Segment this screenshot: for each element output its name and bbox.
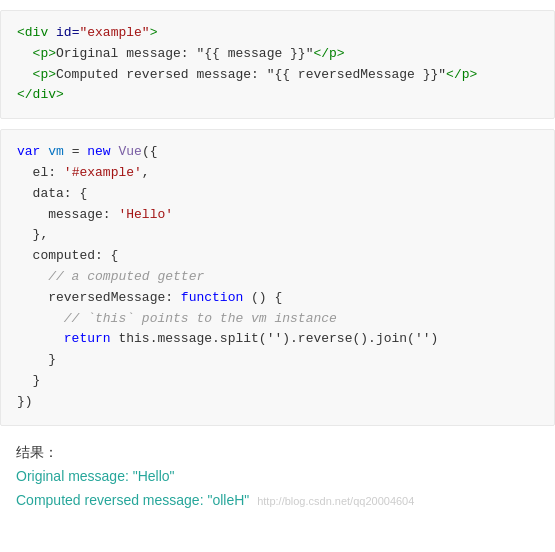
page-container: <div id="example"> <p>Original message: … bbox=[0, 10, 555, 524]
html-tag3: <p> bbox=[33, 67, 56, 82]
watermark-text: http://blog.csdn.net/qq20004604 bbox=[257, 495, 422, 507]
js-el-val: '#example' bbox=[64, 165, 142, 180]
js-vue-close: }) bbox=[17, 394, 33, 409]
result-item2: Computed reversed message: "olleH" http:… bbox=[16, 492, 539, 508]
js-new-kw: new bbox=[87, 144, 110, 159]
js-return-expr: this.message.split('').reverse().join(''… bbox=[118, 331, 438, 346]
result-section: 结果： Original message: "Hello" Computed r… bbox=[0, 436, 555, 524]
result-label: 结果： bbox=[16, 444, 539, 462]
html-text1: Original message: "{{ message }}" bbox=[56, 46, 313, 61]
html-attr-val: "example" bbox=[79, 25, 149, 40]
html-close-tag2: </p> bbox=[446, 67, 477, 82]
js-assign: = bbox=[72, 144, 88, 159]
html-close-div: </div> bbox=[17, 87, 64, 102]
html-tag: > bbox=[150, 25, 158, 40]
html-text2: Computed reversed message: "{{ reversedM… bbox=[56, 67, 446, 82]
js-var-kw: var bbox=[17, 144, 40, 159]
js-fn-parens: () { bbox=[243, 290, 282, 305]
result-item2-text: Computed reversed message: "olleH" bbox=[16, 492, 249, 508]
js-data-close: }, bbox=[33, 227, 49, 242]
js-data-key: data: { bbox=[33, 186, 88, 201]
js-function-kw: function bbox=[181, 290, 243, 305]
js-comment2: // `this` points to the vm instance bbox=[64, 311, 337, 326]
js-open-paren: ({ bbox=[142, 144, 158, 159]
js-computed-key: computed: { bbox=[33, 248, 119, 263]
result-item1: Original message: "Hello" bbox=[16, 468, 539, 484]
html-tag: <div bbox=[17, 25, 48, 40]
html-tag2: <p> bbox=[33, 46, 56, 61]
js-return-kw: return bbox=[64, 331, 111, 346]
js-comment1: // a computed getter bbox=[48, 269, 204, 284]
js-reversed-key: reversedMessage: bbox=[48, 290, 181, 305]
html-attr: id= bbox=[56, 25, 79, 40]
js-computed-close: } bbox=[33, 373, 41, 388]
js-el-key: el: bbox=[33, 165, 64, 180]
js-message-key: message: bbox=[48, 207, 118, 222]
js-vm-var: vm bbox=[48, 144, 64, 159]
html-code-block: <div id="example"> <p>Original message: … bbox=[0, 10, 555, 119]
js-comma1: , bbox=[142, 165, 150, 180]
html-close-tag: </p> bbox=[313, 46, 344, 61]
js-vue-fn: Vue bbox=[118, 144, 141, 159]
js-fn-close: } bbox=[48, 352, 56, 367]
js-code-block: var vm = new Vue({ el: '#example', data:… bbox=[0, 129, 555, 425]
js-message-val: 'Hello' bbox=[118, 207, 173, 222]
